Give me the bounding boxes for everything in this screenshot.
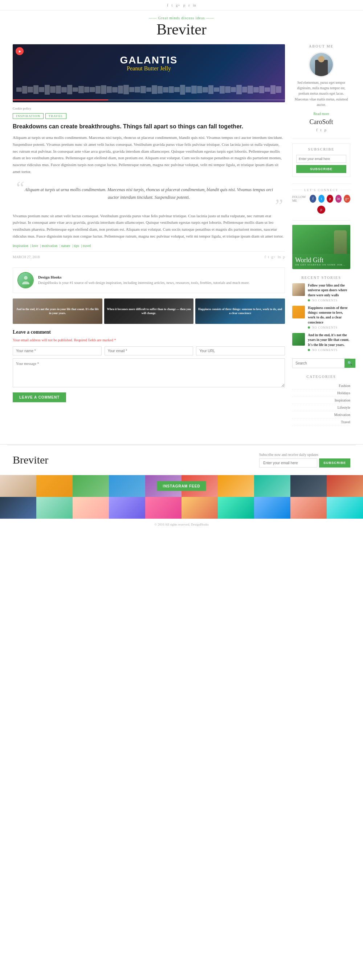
pinterest-icon[interactable]: p — [183, 3, 185, 7]
insta-item-2[interactable] — [36, 475, 73, 497]
insta-item-7[interactable] — [218, 475, 254, 497]
instagram-section: INSTAGRAM FEED — [0, 475, 363, 519]
rss-icon[interactable]: r — [189, 3, 190, 7]
insta-item-1[interactable] — [0, 475, 36, 497]
connect-pinterest-icon[interactable]: p — [327, 195, 333, 203]
about-widget-title: ABOUT ME — [292, 44, 350, 48]
story-title-2[interactable]: Happiness consists of three things: some… — [308, 306, 350, 325]
follow-label: FOLLOW ME — [292, 195, 307, 202]
tag-link-love[interactable]: love — [32, 244, 38, 248]
category-lifestyle[interactable]: Lifestyle — [292, 404, 350, 411]
insta-item-3[interactable] — [73, 475, 109, 497]
category-inspiration[interactable]: Inspiration — [292, 397, 350, 404]
widget-divider-3 — [292, 220, 350, 221]
comment-note: Your email address will not be published… — [13, 338, 285, 342]
insta-item-12[interactable] — [36, 497, 73, 519]
insta-item-20[interactable] — [327, 497, 363, 519]
connect-twitter-icon[interactable]: t — [318, 195, 325, 203]
connect-googleplus-icon[interactable]: g+ — [344, 195, 350, 203]
insta-item-18[interactable] — [254, 497, 290, 519]
sidebar-subscribe-button[interactable]: SUBSCRIBE — [296, 165, 346, 173]
tag-link-inspiration[interactable]: inspiration — [13, 244, 28, 248]
insta-item-16[interactable] — [181, 497, 218, 519]
tag-link-travel[interactable]: travel — [83, 244, 91, 248]
story-title-1[interactable]: Follow your bliss and the universe open … — [308, 283, 350, 298]
author-name: Design Hooks — [38, 275, 280, 279]
category-motivation[interactable]: Motivation — [292, 411, 350, 418]
site-logo[interactable]: Breviter — [0, 22, 363, 37]
connect-facebook-icon[interactable]: f — [310, 195, 316, 203]
category-travel[interactable]: Travel — [292, 418, 350, 426]
submit-comment-button[interactable]: LEAVE A COMMENT — [13, 393, 66, 402]
tag-inspiration[interactable]: INSPIRATION — [13, 113, 43, 119]
insta-item-8[interactable] — [254, 475, 290, 497]
thumb-text-2: When it becomes more difficult to suffer… — [106, 307, 192, 315]
connect-pin-icon[interactable]: p — [317, 206, 325, 214]
promo-widget[interactable]: World Gift OR GET STARTED ON SOME JOB... — [292, 225, 350, 269]
about-text: Sed elementum, purus eget tempor digniss… — [292, 80, 350, 108]
play-button[interactable] — [16, 47, 24, 55]
author-bio: DesignHooks is your #1 source of web des… — [38, 280, 280, 285]
tag-travel[interactable]: TRAVEL — [45, 113, 66, 119]
insta-item-10[interactable] — [327, 475, 363, 497]
google-plus-icon[interactable]: g+ — [176, 3, 180, 7]
waveform — [13, 84, 285, 95]
story-title-3[interactable]: And in the end, it's not the years in yo… — [308, 333, 350, 347]
thumb-text-1: And in the end, it's not the years in yo… — [15, 307, 100, 315]
related-thumbnails: And in the end, it's not the years in yo… — [13, 299, 285, 324]
sidebar-search-button[interactable]: 🔍 — [344, 359, 355, 368]
insta-item-9[interactable] — [290, 475, 327, 497]
footer-subscribe-label: Subscribe now and receive daily updates — [259, 453, 318, 457]
comment-message-input[interactable] — [13, 358, 285, 387]
insta-item-11[interactable] — [0, 497, 36, 519]
about-facebook-icon[interactable]: f — [316, 128, 318, 132]
share-pinterest-icon[interactable]: p — [283, 255, 285, 259]
thumb-item-2[interactable]: When it becomes more difficult to suffer… — [104, 299, 194, 324]
sidebar-email-input[interactable] — [296, 155, 346, 163]
thumb-item-1[interactable]: And in the end, it's not the years in yo… — [13, 299, 102, 324]
insta-item-13[interactable] — [73, 497, 109, 519]
connect-instagram-icon[interactable]: in — [336, 195, 342, 203]
insta-item-4[interactable] — [109, 475, 145, 497]
promo-text-block: World Gift OR GET STARTED ON SOME JOB... — [292, 254, 350, 269]
comment-url-input[interactable] — [196, 346, 285, 355]
footer-subscribe-button[interactable]: SUBSCRIBE — [319, 458, 350, 468]
insta-item-15[interactable] — [145, 497, 181, 519]
insta-item-17[interactable] — [218, 497, 254, 519]
category-fashion[interactable]: Fashion — [292, 382, 350, 390]
story-info-3: And in the end, it's not the years in yo… — [308, 333, 350, 352]
comment-name-input[interactable] — [13, 346, 102, 355]
media-player: ● Galantis - Peanut Butter Jelly Share G… — [13, 44, 285, 102]
footer-email-input[interactable] — [259, 458, 317, 468]
tag-link-motivation[interactable]: motivation — [42, 244, 58, 248]
insta-item-14[interactable] — [109, 497, 145, 519]
insta-item-19[interactable] — [290, 497, 327, 519]
footer-logo[interactable]: Breviter — [13, 454, 48, 466]
thumb-item-3[interactable]: Happiness consists of three things: some… — [195, 299, 285, 324]
connect-widget: LET'S CONNECT FOLLOW ME f t p in g+ p — [292, 188, 350, 214]
comment-form-row-1 — [13, 346, 285, 355]
facebook-icon[interactable]: f — [167, 3, 168, 7]
about-twitter-icon[interactable]: t — [320, 128, 321, 132]
share-linkedin-icon[interactable]: in — [278, 255, 281, 259]
about-pinterest-icon[interactable]: p — [325, 128, 327, 132]
share-facebook-icon[interactable]: f — [264, 255, 266, 259]
tag-link-tips[interactable]: tips — [74, 244, 79, 248]
sidebar-search-input[interactable] — [293, 359, 344, 368]
share-twitter-icon[interactable]: t — [268, 255, 269, 259]
galantis-subtitle: Peanut Butter Jelly — [120, 65, 178, 72]
instagram-feed-button[interactable]: INSTAGRAM FEED — [157, 481, 206, 491]
twitter-icon[interactable]: t — [171, 3, 173, 7]
footer-sub-row: SUBSCRIBE — [259, 458, 350, 468]
comment-email-input[interactable] — [104, 346, 193, 355]
galantis-title: GALANTIS — [120, 55, 178, 65]
read-more-link[interactable]: Read more — [313, 112, 329, 116]
share-googleplus-icon[interactable]: g+ — [271, 255, 275, 259]
progress-bar[interactable] — [13, 99, 285, 100]
category-holidays[interactable]: Holidays — [292, 390, 350, 397]
instagram-icon[interactable]: in — [193, 3, 196, 7]
footer-subscribe-section: Breviter Subscribe now and receive daily… — [7, 445, 356, 475]
comments-heading: Leave a comment — [13, 329, 285, 335]
tag-link-nature[interactable]: nature — [61, 244, 70, 248]
sidebar: ABOUT ME Sed elementum, purus eget tempo… — [292, 44, 350, 433]
